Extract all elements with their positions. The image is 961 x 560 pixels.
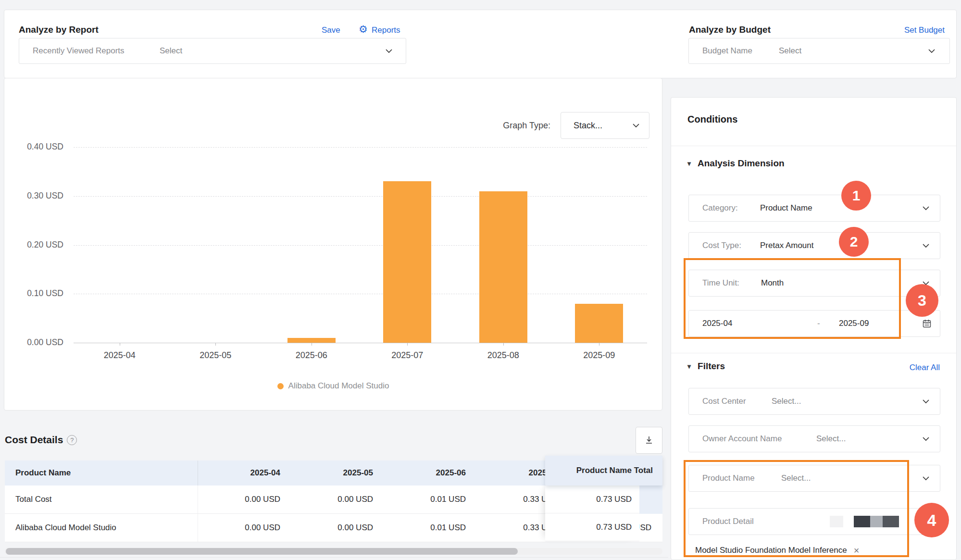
chevron-down-icon — [923, 244, 929, 248]
date-range-separator: - — [817, 319, 820, 328]
table-cell: 0.00 USD — [291, 495, 384, 504]
chart-legend[interactable]: Alibaba Cloud Model Studio — [4, 381, 662, 391]
column-header: 2025-04 — [198, 468, 291, 478]
pinned-column-header: Product Name Total — [545, 456, 662, 485]
column-header: 2025-05 — [291, 468, 384, 478]
recently-viewed-reports-select[interactable]: Recently Viewed Reports Select — [19, 38, 406, 64]
tag-label: Model Studio Foundation Model Inference — [695, 546, 847, 555]
x-axis-tick-label: 2025-07 — [366, 350, 448, 361]
cost-details-title: Cost Details? — [5, 434, 77, 446]
product-detail-select[interactable]: Product Detail (1) — [688, 508, 940, 535]
y-axis-tick-label: 0.10 USD — [8, 288, 63, 299]
divider — [671, 353, 956, 353]
x-axis-tick — [503, 343, 504, 346]
annotation-badge-3: 3 — [906, 284, 938, 317]
table-cell-name: Total Cost — [5, 485, 198, 513]
owner-account-name-select[interactable]: Owner Account Name Select... — [688, 425, 940, 452]
analyze-by-report-title: Analyze by Report — [19, 25, 99, 35]
date-range-picker[interactable]: 2025-04 - 2025-09 — [688, 310, 940, 337]
x-axis-tick-label: 2025-05 — [175, 350, 256, 361]
chevron-down-icon — [923, 206, 929, 211]
bar-2025-08[interactable] — [479, 191, 527, 343]
collapse-icon: ▾ — [687, 362, 691, 370]
table-cell: 0.00 USD — [198, 495, 291, 504]
time-unit-select[interactable]: Time Unit: Month — [688, 270, 940, 297]
conditions-title: Conditions — [687, 114, 737, 125]
x-axis-tick — [312, 343, 312, 346]
clear-all-link[interactable]: Clear All — [910, 363, 940, 373]
budget-select-value: Select — [779, 46, 801, 56]
chevron-down-icon — [633, 124, 639, 128]
y-axis-tick-label: 0.40 USD — [8, 142, 63, 152]
category-select[interactable]: Category: Product Name — [688, 195, 940, 222]
x-axis-tick-label: 2025-06 — [271, 350, 352, 361]
gear-icon: ⚙ — [359, 24, 368, 35]
selected-count: (1) — [888, 517, 898, 526]
gridline — [74, 196, 647, 197]
bar-2025-06[interactable] — [287, 338, 336, 343]
table-cell-total: 0.73 USD — [545, 513, 639, 541]
filters-header[interactable]: ▾ Filters — [687, 361, 725, 372]
column-header: Product Name — [5, 460, 198, 485]
set-budget-link[interactable]: Set Budget — [904, 25, 945, 35]
date-range-start[interactable]: 2025-04 — [702, 319, 732, 328]
table-cell: 0.00 USD — [198, 523, 291, 533]
x-axis-tick-label: 2025-09 — [558, 350, 640, 361]
close-icon[interactable]: × — [854, 545, 860, 556]
gridline — [74, 147, 647, 148]
plot-area: 0.40 USD0.30 USD0.20 USD0.10 USD0.00 USD… — [72, 147, 647, 343]
analysis-dimension-header[interactable]: ▾ Analysis Dimension — [687, 158, 785, 169]
y-axis-tick-label: 0.00 USD — [8, 337, 63, 348]
analyze-by-budget-title: Analyze by Budget — [689, 25, 771, 35]
graph-type-label: Graph Type: — [503, 121, 550, 131]
budget-select-label: Budget Name — [702, 46, 752, 56]
x-axis-tick — [599, 343, 599, 346]
bar-2025-09[interactable] — [575, 304, 623, 343]
cost-details-table: Product Name2025-042025-052025-062025-07… — [5, 460, 662, 542]
section-divider — [0, 557, 668, 558]
reports-link[interactable]: Reports — [372, 25, 400, 35]
date-range-end[interactable]: 2025-09 — [839, 319, 869, 328]
scrollbar-thumb[interactable] — [6, 548, 518, 555]
budget-name-select[interactable]: Budget Name Select — [688, 38, 950, 64]
chevron-down-icon — [386, 49, 392, 53]
chevron-down-icon — [923, 476, 929, 481]
cost-type-select[interactable]: Cost Type: Pretax Amount — [688, 232, 940, 259]
report-select-value: Select — [160, 46, 182, 56]
cost-center-select[interactable]: Cost Center Select... — [688, 388, 940, 415]
graph-type-select[interactable]: Stack... — [561, 112, 649, 139]
legend-marker — [277, 383, 284, 389]
annotation-badge-1: 1 — [841, 181, 871, 211]
pinned-total-column: 0.73 USD 0.73 USD — [545, 485, 639, 541]
x-axis-tick — [407, 343, 408, 346]
legend-series-label: Alibaba Cloud Model Studio — [288, 381, 389, 391]
table-cell: 0.00 USD — [291, 523, 384, 533]
x-axis-tick-label: 2025-08 — [462, 350, 544, 361]
x-axis-tick — [120, 343, 120, 346]
cost-chart-card: Graph Type: Stack... 0.40 USD0.30 USD0.2… — [4, 78, 662, 411]
chevron-down-icon — [928, 49, 935, 53]
x-axis-tick-label: 2025-04 — [79, 350, 161, 361]
table-cell-total: 0.73 USD — [545, 485, 639, 513]
download-button[interactable] — [636, 427, 662, 454]
table-cell: 0.01 USD — [384, 523, 476, 533]
save-report-link[interactable]: Save — [322, 25, 340, 35]
chevron-down-icon — [923, 399, 929, 404]
y-axis-tick-label: 0.30 USD — [8, 191, 63, 201]
analyze-toolbar-card: Analyze by Report Save ⚙ Reports Recentl… — [4, 10, 957, 78]
calendar-icon — [923, 319, 931, 328]
horizontal-scrollbar[interactable] — [5, 548, 662, 555]
table-cell: 0.01 USD — [384, 495, 476, 504]
conditions-panel: Conditions ▾ Analysis Dimension Category… — [671, 97, 957, 560]
bar-2025-07[interactable] — [383, 181, 431, 343]
y-axis-tick-label: 0.20 USD — [8, 240, 63, 250]
annotation-badge-2: 2 — [839, 227, 869, 257]
product-name-select[interactable]: Product Name Select... — [688, 465, 940, 492]
column-header: 2025-06 — [384, 468, 476, 478]
help-icon[interactable]: ? — [67, 435, 77, 445]
divider — [671, 146, 956, 146]
x-axis-tick — [215, 343, 216, 346]
collapse-icon: ▾ — [687, 160, 691, 167]
gridline — [74, 245, 647, 246]
cost-analysis-page: { "colors":{"accent_blue":"#1e66d9","bar… — [0, 0, 961, 560]
